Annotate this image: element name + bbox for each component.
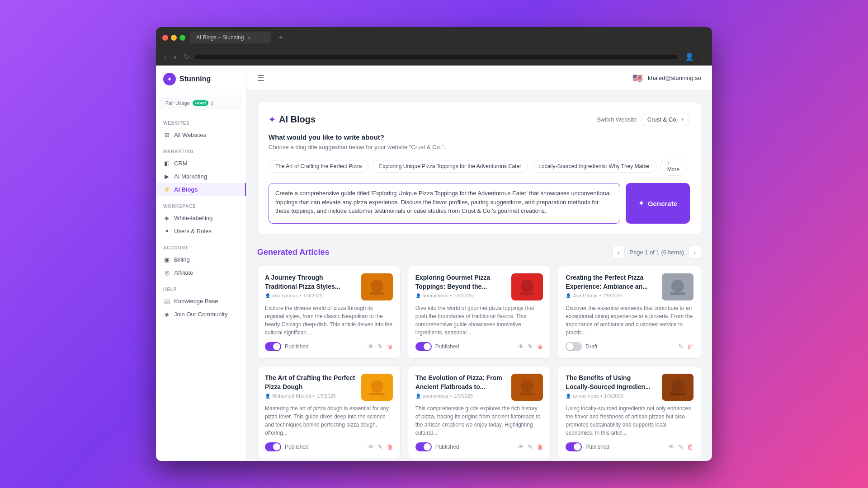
- article-excerpt: Dive into the world of gourmet pizza top…: [415, 304, 543, 337]
- article-meta: 👤 anonymous • 1/9/2025: [566, 393, 656, 399]
- edit-icon[interactable]: ✎: [528, 343, 533, 350]
- generate-label: Generate: [648, 200, 677, 207]
- nav-back-button[interactable]: ‹: [162, 51, 168, 63]
- delete-icon[interactable]: 🗑: [387, 343, 393, 350]
- meta-dot: •: [300, 293, 302, 298]
- table-row: Exploring Gourmet Pizza Toppings: Beyond…: [408, 266, 551, 359]
- publish-toggle[interactable]: [415, 342, 432, 351]
- view-icon[interactable]: 👁: [518, 343, 524, 350]
- sidebar-item-all-websites[interactable]: ⊞ All Websites: [156, 128, 246, 141]
- grid-icon: ⊞: [163, 131, 170, 138]
- sidebar: ✦ Stunning Fair Usage Good ℹ WEBSITES ⊞ …: [156, 66, 246, 461]
- dot-red[interactable]: [162, 35, 168, 41]
- toggle-wrap: Published: [415, 342, 459, 351]
- suggestions-row: The Art of Crafting the Perfect Pizza Ex…: [269, 157, 690, 176]
- suggestion-chip-1[interactable]: Exploring Unique Pizza Toppings for the …: [372, 160, 528, 173]
- sidebar-item-ai-marketing[interactable]: ▶ AI Marketing: [156, 170, 246, 183]
- dot-green[interactable]: [179, 35, 185, 41]
- more-chip[interactable]: + More: [660, 157, 686, 176]
- browser-tab[interactable]: AI Blogs – Stunning ✕: [190, 32, 271, 43]
- view-icon[interactable]: 👁: [368, 343, 374, 350]
- sidebar-item-crm[interactable]: ◧ CRM: [156, 157, 246, 170]
- section-label-marketing: MARKETING: [163, 149, 194, 154]
- users-icon: ✦: [163, 228, 170, 235]
- svg-rect-5: [519, 292, 535, 295]
- toggle-wrap: Published: [265, 342, 309, 351]
- nav-menu-icon[interactable]: ⋮: [698, 52, 706, 61]
- edit-icon[interactable]: ✎: [678, 343, 684, 350]
- publish-toggle[interactable]: [415, 442, 432, 451]
- dot-yellow[interactable]: [171, 35, 177, 41]
- panel-title: ✦ AI Blogs: [269, 114, 316, 125]
- user-icon: 👤: [566, 293, 571, 298]
- svg-rect-2: [369, 292, 385, 295]
- page-prev-button[interactable]: ‹: [612, 246, 625, 258]
- article-title: Exploring Gourmet Pizza Toppings: Beyond…: [415, 273, 506, 291]
- sidebar-item-ai-blogs[interactable]: ⚡ AI Blogs: [156, 183, 246, 196]
- menu-icon[interactable]: ☰: [257, 73, 264, 83]
- add-tab-button[interactable]: +: [278, 33, 283, 42]
- article-date: 1/9/2025: [303, 293, 323, 298]
- delete-icon[interactable]: 🗑: [537, 443, 543, 450]
- article-image: [662, 273, 693, 300]
- publish-toggle[interactable]: [265, 342, 281, 351]
- view-icon[interactable]: 👁: [518, 443, 524, 450]
- billing-icon: ▣: [163, 256, 170, 263]
- toggle-wrap: Published: [265, 442, 309, 451]
- tab-close-icon[interactable]: ✕: [247, 35, 251, 40]
- nav-reload-button[interactable]: ↻: [182, 51, 191, 63]
- white-labelling-icon: ◈: [163, 215, 170, 221]
- edit-icon[interactable]: ✎: [528, 443, 533, 450]
- sidebar-item-users-roles[interactable]: ✦ Users & Roles: [156, 225, 246, 238]
- user-icon: 👤: [415, 293, 421, 298]
- website-dropdown[interactable]: Crust & Co. ▾: [642, 113, 690, 126]
- article-actions: 👁 ✎ 🗑: [668, 443, 693, 450]
- ai-blogs-panel: ✦ AI Blogs Switch Website Crust & Co. ▾ …: [257, 102, 701, 235]
- publish-toggle[interactable]: [566, 442, 582, 451]
- sidebar-item-knowledge-base[interactable]: 📖 Knowledge Base: [156, 295, 246, 308]
- article-image: [511, 273, 543, 300]
- prompt-textarea[interactable]: [269, 183, 620, 224]
- generate-button[interactable]: ✦ Generate: [626, 183, 690, 224]
- sidebar-section-account: ACCOUNT: [156, 238, 246, 253]
- tab-title: AI Blogs – Stunning: [196, 34, 244, 41]
- view-icon[interactable]: 👁: [668, 443, 675, 450]
- sidebar-section-workspace: WORKSPACE: [156, 196, 246, 211]
- edit-icon[interactable]: ✎: [678, 443, 684, 450]
- articles-section: Generated Articles ‹ Page 1 of 1 (6 item…: [257, 246, 701, 459]
- publish-toggle[interactable]: [566, 342, 582, 351]
- ai-blogs-title: AI Blogs: [279, 114, 316, 125]
- delete-icon[interactable]: 🗑: [687, 343, 693, 350]
- publish-toggle[interactable]: [265, 442, 281, 451]
- sidebar-item-billing[interactable]: ▣ Billing: [156, 253, 246, 266]
- article-author: anonymous: [573, 393, 599, 399]
- article-title: The Art of Crafting the Perfect Pizza Do…: [265, 374, 356, 391]
- nav-forward-button[interactable]: ›: [172, 51, 178, 63]
- edit-icon[interactable]: ✎: [377, 443, 383, 450]
- article-image: [662, 374, 693, 401]
- sidebar-item-join-community[interactable]: ◈ Join Our Community: [156, 308, 246, 321]
- delete-icon[interactable]: 🗑: [537, 343, 543, 350]
- crm-icon: ◧: [163, 160, 170, 167]
- page-next-button[interactable]: ›: [689, 246, 701, 258]
- sidebar-item-affiliate[interactable]: ◎ Affiliate: [156, 266, 246, 279]
- topbar-right: 🇺🇸 khaled@stunning.so: [632, 73, 701, 83]
- svg-rect-8: [670, 292, 685, 295]
- info-icon[interactable]: ℹ: [211, 100, 213, 106]
- article-meta: 👤 Aya Gamal • 1/9/2025: [566, 293, 656, 298]
- delete-icon[interactable]: 🗑: [687, 443, 693, 450]
- article-top: The Evolution of Pizza: From Ancient Fla…: [415, 374, 543, 401]
- user-icon: 👤: [566, 394, 571, 399]
- address-bar[interactable]: [195, 55, 678, 59]
- view-icon[interactable]: 👁: [368, 443, 374, 450]
- fair-usage-label: Fair Usage: [165, 100, 190, 106]
- app-container: ✦ Stunning Fair Usage Good ℹ WEBSITES ⊞ …: [156, 66, 712, 461]
- article-title: The Benefits of Using Locally-Sourced In…: [566, 374, 656, 391]
- edit-icon[interactable]: ✎: [377, 343, 383, 350]
- sidebar-item-white-labelling[interactable]: ◈ White-labelling: [156, 211, 246, 225]
- nav-user-icon[interactable]: 👤: [685, 52, 694, 61]
- suggestion-chip-0[interactable]: The Art of Crafting the Perfect Pizza: [269, 160, 368, 173]
- toggle-label: Published: [585, 444, 609, 450]
- delete-icon[interactable]: 🗑: [387, 443, 393, 450]
- suggestion-chip-2[interactable]: Locally-Sourced Ingredients: Why They Ma…: [532, 160, 657, 173]
